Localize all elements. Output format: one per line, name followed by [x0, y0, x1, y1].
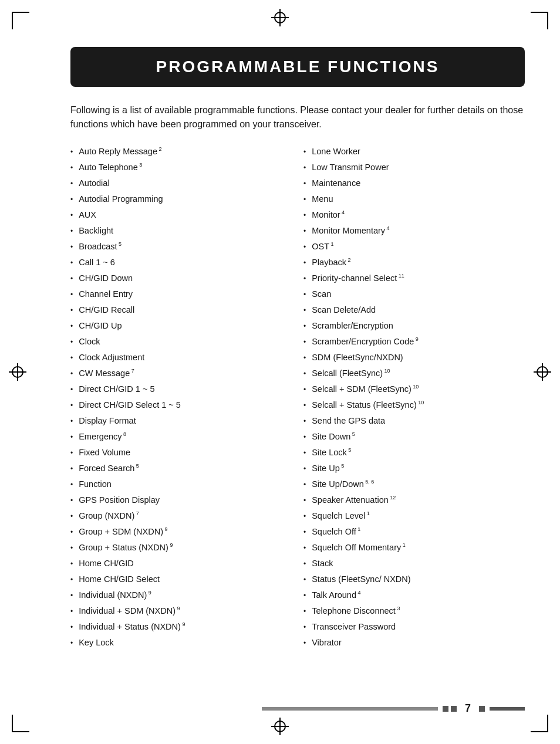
list-item: •SDM (FleetSync/NXDN) [303, 351, 525, 364]
item-label: Key Lock [79, 637, 114, 649]
item-label: Priority-channel Select 11 [312, 272, 404, 285]
list-item: •CH/GID Up [70, 320, 292, 332]
bullet-icon: • [70, 559, 73, 569]
item-label: Speaker Attenuation 12 [312, 494, 396, 506]
list-item: •Individual + SDM (NXDN) 9 [70, 605, 292, 617]
bullet-icon: • [303, 385, 306, 395]
list-item: •Fixed Volume [70, 447, 292, 459]
bullet-icon: • [303, 306, 306, 316]
footer-dot-3 [479, 706, 485, 712]
list-item: •CW Message 7 [70, 367, 292, 380]
right-column: •Lone Worker•Low Transmit Power•Maintena… [303, 146, 525, 653]
list-item: •Site Up/Down 5, 6 [303, 478, 525, 491]
list-item: •Status (FleetSync/ NXDN) [303, 573, 525, 586]
list-item: •Scan [303, 288, 525, 300]
bullet-icon: • [303, 623, 306, 633]
bullet-icon: • [70, 512, 73, 522]
bullet-icon: • [70, 527, 73, 537]
bullet-icon: • [303, 480, 306, 490]
bullet-icon: • [70, 401, 73, 411]
item-label: Fixed Volume [79, 447, 130, 459]
list-item: •Scrambler/Encryption [303, 320, 525, 332]
bullet-icon: • [70, 591, 73, 601]
item-label: Scrambler/Encryption [312, 320, 393, 332]
list-item: •Individual + Status (NXDN) 9 [70, 621, 292, 633]
list-item: •Squelch Level 1 [303, 510, 525, 522]
footer-bar-right [490, 707, 525, 711]
item-label: Individual + Status (NXDN) 9 [79, 621, 185, 633]
bullet-icon: • [70, 211, 73, 221]
item-label: Direct CH/GID 1 ~ 5 [79, 383, 154, 395]
bullet-icon: • [303, 432, 306, 442]
bullet-icon: • [70, 353, 73, 363]
item-label: CH/GID Recall [79, 304, 134, 316]
item-label: Menu [312, 193, 333, 205]
item-label: Site Up/Down 5, 6 [312, 478, 374, 491]
list-item: •Monitor 4 [303, 209, 525, 221]
bullet-icon: • [303, 163, 306, 173]
header-banner: PROGRAMMABLE FUNCTIONS [70, 47, 525, 87]
footer-dot-1 [443, 706, 448, 712]
item-label: Group + Status (NXDN) 9 [79, 542, 173, 554]
list-item: •Direct CH/GID 1 ~ 5 [70, 383, 292, 395]
bullet-icon: • [70, 163, 73, 173]
list-item: •GPS Position Display [70, 494, 292, 506]
bullet-icon: • [70, 242, 73, 252]
bullet-icon: • [70, 623, 73, 633]
list-item: •Display Format [70, 415, 292, 427]
page-number: 7 [465, 702, 471, 715]
list-item: •OST 1 [303, 241, 525, 253]
list-item: •Forced Search 5 [70, 462, 292, 475]
bullet-icon: • [303, 543, 306, 553]
item-label: Monitor Momentary 4 [312, 225, 389, 237]
item-label: Maintenance [312, 177, 360, 190]
crosshair-top [271, 9, 289, 26]
item-label: Emergency 8 [79, 431, 126, 443]
item-label: Home CH/GID Select [79, 573, 160, 586]
item-label: Playback 2 [312, 256, 350, 269]
bullet-icon: • [303, 512, 306, 522]
list-item: •Lone Worker [303, 146, 525, 158]
bullet-icon: • [303, 417, 306, 427]
bullet-icon: • [70, 258, 73, 268]
list-item: •Group + SDM (NXDN) 9 [70, 526, 292, 538]
list-item: •Talk Around 4 [303, 589, 525, 601]
item-label: Forced Search 5 [79, 462, 139, 475]
item-label: AUX [79, 209, 96, 221]
bullet-icon: • [303, 337, 306, 347]
list-item: •Playback 2 [303, 256, 525, 269]
list-item: •Squelch Off 1 [303, 526, 525, 538]
item-label: Stack [312, 557, 333, 570]
list-item: •Telephone Disconnect 3 [303, 605, 525, 617]
list-item: •Send the GPS data [303, 415, 525, 427]
corner-mark-tr [525, 12, 548, 35]
bullet-icon: • [70, 638, 73, 648]
list-item: •Call 1 ~ 6 [70, 256, 292, 269]
bullet-icon: • [70, 496, 73, 506]
list-item: •Maintenance [303, 177, 525, 190]
bullet-icon: • [303, 559, 306, 569]
corner-mark-tl [12, 12, 35, 35]
list-item: •Selcall (FleetSync) 10 [303, 367, 525, 380]
bullet-icon: • [303, 147, 306, 157]
corner-mark-bl [12, 709, 35, 732]
item-label: Call 1 ~ 6 [79, 256, 115, 269]
list-item: •Transceiver Password [303, 621, 525, 633]
item-label: Backlight [79, 225, 113, 237]
left-column: •Auto Reply Message 2•Auto Telephone 3•A… [70, 146, 292, 653]
list-item: •Autodial [70, 177, 292, 190]
list-item: •Backlight [70, 225, 292, 237]
item-label: CH/GID Down [79, 272, 133, 285]
list-item: •Auto Telephone 3 [70, 161, 292, 174]
item-label: Squelch Off 1 [312, 526, 360, 538]
crosshair-bottom [271, 718, 289, 735]
list-item: •Speaker Attenuation 12 [303, 494, 525, 506]
list-item: •Auto Reply Message 2 [70, 146, 292, 158]
bullet-icon: • [303, 242, 306, 252]
list-item: •Menu [303, 193, 525, 205]
item-label: Display Format [79, 415, 136, 427]
item-label: CH/GID Up [79, 320, 122, 332]
item-label: Selcall + Status (FleetSync) 10 [312, 399, 424, 411]
bullet-icon: • [303, 448, 306, 458]
item-label: Selcall (FleetSync) 10 [312, 367, 390, 380]
